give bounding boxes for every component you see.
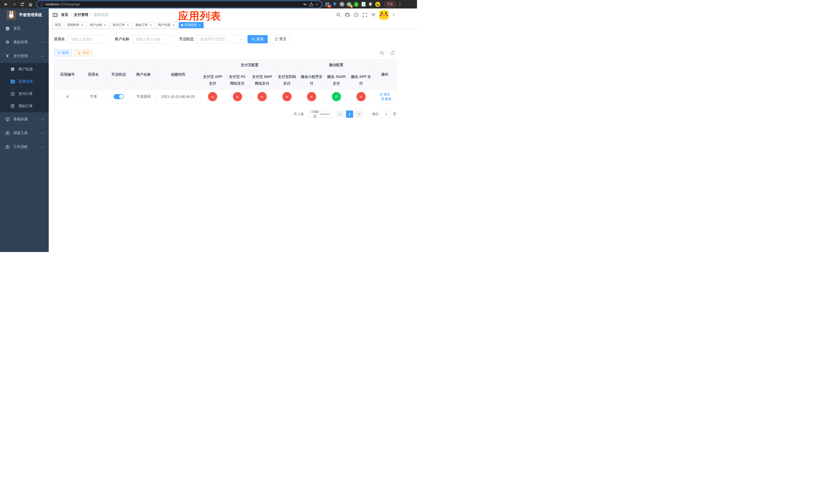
extensions-puzzle-icon[interactable]: [368, 2, 373, 7]
page-title-annotation: 应用列表: [178, 9, 221, 23]
sidebar-item-dev-tools[interactable]: 研发工具: [0, 126, 49, 140]
sidebar-item-system[interactable]: 系统管理: [0, 36, 49, 49]
delete-link[interactable]: 删除: [381, 97, 392, 101]
sidebar-menu: 首页 系统管理 ¥ 支付管理: [0, 22, 49, 252]
tab-pay-order[interactable]: 支付订单×: [110, 22, 132, 28]
merchant-name-input[interactable]: [132, 35, 174, 43]
chevron-down-icon: [41, 132, 44, 134]
show-search-button[interactable]: [378, 49, 386, 56]
extension-grid-icon[interactable]: 10: [325, 2, 330, 7]
close-icon[interactable]: ×: [103, 23, 107, 27]
sidebar-item-merchant-info[interactable]: 商户信息: [0, 63, 49, 75]
sidebar-fold-icon[interactable]: [52, 13, 58, 17]
svg-text:¥: ¥: [12, 93, 13, 95]
page-number-button[interactable]: 1: [346, 111, 353, 118]
share-icon[interactable]: [309, 2, 313, 6]
add-button[interactable]: 新增: [54, 49, 72, 56]
chevron-right-icon: [358, 113, 360, 116]
close-icon[interactable]: ×: [149, 23, 152, 27]
pagination-total: 共 1 条: [294, 112, 304, 116]
status-toggle[interactable]: [114, 94, 124, 99]
extension-gem-icon[interactable]: [332, 2, 337, 7]
monitor-icon: [5, 117, 10, 121]
open-status-select[interactable]: 请选择开启状态: [197, 35, 245, 43]
close-icon[interactable]: ×: [172, 23, 175, 27]
col-wechat-mini: 微信小程序支付: [299, 70, 324, 90]
col-alipay-wap: 支付宝 WAP 网站支付: [250, 70, 275, 90]
next-page-button[interactable]: [356, 111, 363, 118]
sidebar-item-pay-order[interactable]: ¥ 支付订单: [0, 88, 49, 100]
export-button[interactable]: 导出: [74, 49, 92, 56]
col-actions: 操作: [373, 60, 397, 90]
status-badge-alipay-wap: ×: [258, 92, 267, 101]
tab-process-form[interactable]: 流程表单×: [65, 22, 86, 28]
download-icon: [78, 51, 81, 54]
extension-command-icon[interactable]: ⌘: [339, 2, 345, 7]
sidebar-item-refund-order[interactable]: 退款订单: [0, 100, 49, 112]
close-icon[interactable]: ×: [81, 23, 84, 27]
sidebar-item-home[interactable]: 首页: [0, 22, 49, 36]
search-button[interactable]: 搜索: [247, 35, 268, 43]
app-logo-row[interactable]: 芋道管理系统: [0, 8, 49, 22]
chevron-up-icon: [41, 55, 44, 57]
home-icon[interactable]: [27, 1, 34, 8]
chrome-update-button[interactable]: 更新: [384, 2, 396, 7]
table-toolbar: 新增 导出: [54, 49, 396, 56]
edit-link[interactable]: 修改: [380, 92, 390, 97]
chevron-down-icon: [41, 118, 44, 120]
sidebar: 芋道管理系统 首页 系统管理 ¥ 支付管理: [0, 8, 49, 252]
status-badge-alipay-app: ×: [208, 92, 217, 101]
cell-create-time: 2021-10-23 08:49:25: [156, 90, 200, 104]
extension-notes-icon[interactable]: [360, 2, 366, 7]
tab-merchant-info[interactable]: 商户信息×: [156, 22, 177, 28]
back-icon[interactable]: [3, 1, 9, 8]
github-icon[interactable]: [345, 13, 350, 18]
app-name-input[interactable]: [68, 35, 110, 43]
goto-page-input[interactable]: [381, 111, 391, 118]
browser-menu-icon[interactable]: [399, 3, 400, 6]
password-key-icon[interactable]: [303, 2, 307, 6]
sidebar-item-infrastructure[interactable]: 基础设施: [0, 112, 49, 126]
search-icon[interactable]: [336, 13, 341, 17]
user-menu-caret-icon[interactable]: [393, 14, 395, 16]
gear-icon: [5, 40, 10, 44]
tab-refund-order[interactable]: 退款订单×: [133, 22, 155, 28]
close-icon[interactable]: ×: [126, 23, 130, 27]
user-avatar[interactable]: [379, 10, 389, 20]
refresh-table-button[interactable]: [389, 49, 396, 56]
forward-icon[interactable]: [11, 1, 18, 8]
profile-avatar-icon[interactable]: [375, 2, 380, 7]
col-app-name: 应用名: [81, 60, 106, 90]
tags-view-bar: 首页 流程表单× 用户分组× 支付订单× 退款订单× 商户信息× 应用信息×: [49, 21, 417, 29]
bookmark-star-icon[interactable]: ☆: [315, 2, 319, 6]
site-info-icon[interactable]: i: [40, 3, 44, 6]
tab-user-group[interactable]: 用户分组×: [87, 22, 109, 28]
sidebar-item-workflow[interactable]: 工作流程: [0, 140, 49, 154]
extension-y-icon[interactable]: y: [353, 2, 359, 7]
close-icon[interactable]: ×: [198, 23, 201, 27]
help-icon[interactable]: ?: [354, 13, 358, 17]
reload-icon[interactable]: [19, 1, 26, 8]
sidebar-item-payment[interactable]: ¥ 支付管理: [0, 49, 49, 63]
breadcrumb-home[interactable]: 首页: [61, 13, 68, 17]
extension-recorder-icon[interactable]: 1: [346, 2, 352, 7]
font-size-icon[interactable]: TT: [371, 13, 375, 17]
prev-page-button[interactable]: [336, 111, 344, 118]
url-bar[interactable]: i localhost:1024/pay/app ☆: [37, 1, 322, 8]
app-table: 应用编号 应用名 开启状态 商户名称 创建时间 支付宝配置 微信配置 操作 支付…: [54, 59, 397, 104]
sidebar-item-app-info[interactable]: 应用信息: [0, 75, 49, 88]
fullscreen-icon[interactable]: [363, 13, 367, 17]
breadcrumb-payment[interactable]: 支付管理: [74, 13, 88, 17]
page-content: 应用名 商户名称 开启状态 请选择开启状态 搜索 重置: [49, 29, 417, 252]
page-size-select[interactable]: 10条/页: [308, 111, 332, 118]
yen-icon: ¥: [5, 54, 10, 58]
extension-badge: 1: [350, 5, 353, 8]
reset-button[interactable]: 重置: [270, 35, 290, 43]
col-alipay-qr: 支付宝扫码支付: [275, 70, 299, 90]
tab-home[interactable]: 首页: [52, 22, 63, 28]
col-open-status: 开启状态: [106, 60, 131, 90]
pagination: 共 1 条 10条/页 1 前往 页: [54, 111, 396, 118]
active-dot: [181, 24, 183, 26]
edit-pen-icon: [380, 93, 383, 96]
col-app-id: 应用编号: [54, 60, 81, 90]
